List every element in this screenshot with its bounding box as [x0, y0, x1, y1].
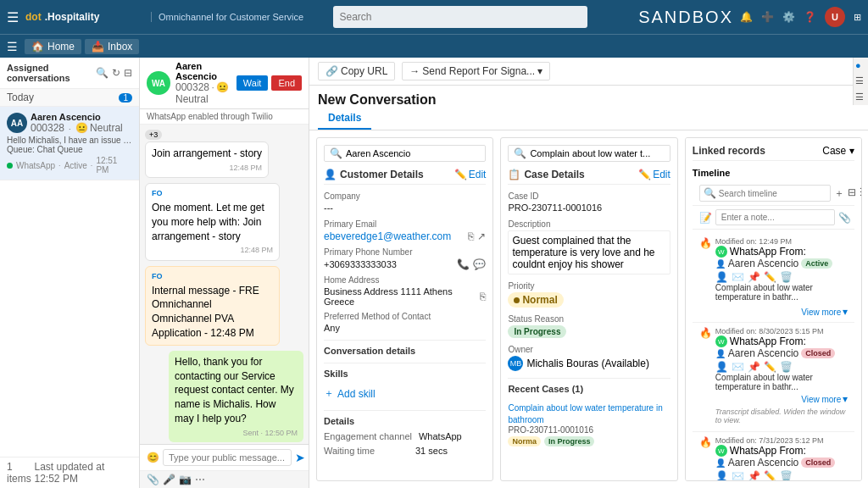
message-bubble: Join arrangement - story 12:48 PM — [145, 141, 269, 178]
customer-edit-button[interactable]: ✏️ Edit — [454, 169, 487, 180]
bell-icon[interactable]: 🔔 — [740, 11, 753, 23]
plus-icon[interactable]: ➕ — [761, 11, 774, 23]
linked-records-card: Linked records Case ▾ Timeline 🔍 ＋ — [685, 137, 862, 481]
case-details-card: 🔍 📋 Case Details ✏️ Edit Case ID PRO-230… — [500, 137, 677, 481]
tl-view-more-2[interactable]: View more ▾ — [715, 393, 848, 405]
user-avatar[interactable]: U — [825, 7, 845, 27]
case-id-value: PRO-230711-0001016 — [508, 202, 670, 213]
email-value: ebeveredge1@weather.com — [324, 230, 451, 242]
tl-source-2: W WhatsApp From: — [715, 336, 848, 347]
list-icon-tl[interactable]: ☰ — [860, 186, 862, 201]
settings-icon[interactable]: ⚙️ — [782, 11, 795, 23]
tl-action-2-1[interactable]: 👤 — [715, 361, 728, 373]
right-icon-3[interactable]: ☰ — [855, 92, 866, 103]
conversation-item[interactable]: AA Aaren Ascencio 000328 · 😐 Neutral Hel… — [0, 107, 139, 180]
customer-search-input[interactable] — [346, 148, 480, 158]
tl-action-4[interactable]: ✏️ — [764, 271, 776, 283]
attach-icon[interactable]: 📎 — [838, 212, 851, 224]
recent-case-link[interactable]: Complain about low water temperature in … — [508, 403, 662, 424]
tl-action-3-4[interactable]: ✏️ — [764, 470, 776, 481]
note-input[interactable] — [715, 209, 835, 225]
tl-action-3[interactable]: 📌 — [748, 271, 760, 283]
search-icon[interactable]: 🔍 — [96, 67, 108, 79]
chat-icon-3[interactable]: 📷 — [179, 474, 192, 485]
phone-value: +3069333333033 — [324, 259, 397, 269]
tl-action-2[interactable]: ✉️ — [732, 271, 744, 283]
search-input[interactable] — [333, 6, 587, 28]
right-icon-1[interactable]: ● — [855, 60, 866, 70]
filter-icon[interactable]: ⊟ — [124, 67, 132, 79]
tl-item-header: 🔥 Modified on: 12:49 PM W WhatsApp From:… — [699, 237, 848, 303]
chat-icon-4[interactable]: ⋯ — [195, 474, 205, 485]
content-area: 🔗 Copy URL → Send Report For Signa... ▾ … — [309, 58, 868, 488]
tl-action-5[interactable]: 🗑️ — [780, 271, 793, 283]
expand-icon[interactable]: ⊞ — [854, 12, 861, 23]
copy-address-icon[interactable]: ⎘ — [480, 291, 486, 302]
priority-badge-sm: Norma — [508, 436, 541, 446]
help-icon[interactable]: ❓ — [804, 11, 816, 23]
tl-item-header-2: 🔥 Modified on: 8/30/2023 5:15 PM W Whats… — [699, 327, 848, 424]
today-label: Today — [7, 92, 34, 103]
add-icon-tl[interactable]: ＋ — [834, 186, 844, 201]
sentiment-icon: 😐 — [216, 81, 229, 93]
app-module-name: Omnichannel for Customer Service — [151, 12, 303, 22]
copy-url-button[interactable]: 🔗 Copy URL — [318, 62, 395, 80]
refresh-icon[interactable]: ↻ — [112, 67, 120, 79]
end-button[interactable]: End — [271, 75, 302, 91]
convo-header: AA Aaren Ascencio 000328 · 😐 Neutral — [7, 112, 132, 134]
chat-input[interactable] — [163, 449, 292, 466]
recent-cases-title: Recent Cases (1) — [508, 378, 670, 394]
system-message: FO Internal message - FRE Omnichannel Om… — [145, 266, 280, 346]
menu-icon[interactable]: ☰ — [7, 40, 18, 53]
tl-people-1: 👤 Aaren Ascencio Active — [715, 258, 848, 269]
tl-view-more-1[interactable]: View more ▾ — [699, 306, 848, 318]
chat-icon-2[interactable]: 🎤 — [163, 474, 175, 485]
tl-action-2-5[interactable]: 🗑️ — [780, 361, 793, 373]
tl-date-3: Modified on: 7/31/2023 5:12 PM — [715, 436, 848, 445]
open-icon-sm[interactable]: ↗ — [477, 230, 486, 242]
case-type-label: Case — [822, 145, 846, 157]
convo-avatar: AA — [7, 113, 27, 133]
email-link[interactable]: ebeveredge1@weather.com — [324, 230, 451, 242]
customer-search[interactable]: 🔍 — [324, 145, 486, 162]
phone-icon[interactable]: 📞 — [457, 258, 470, 270]
tl-action-3-5[interactable]: 🗑️ — [780, 470, 793, 481]
copy-icon-sm[interactable]: ⎘ — [468, 230, 474, 242]
tl-date-1: Modified on: 12:49 PM — [715, 237, 848, 246]
email-row: ebeveredge1@weather.com ⎘ ↗ — [324, 230, 486, 242]
send-report-button[interactable]: → Send Report For Signa... ▾ — [402, 62, 550, 80]
tl-action-3-3[interactable]: 📌 — [748, 470, 760, 481]
engagement-label: Engagement channel — [324, 431, 412, 441]
tab-details[interactable]: Details — [318, 108, 371, 130]
timeline-search-input[interactable] — [719, 189, 826, 198]
chat-icon-1[interactable]: 📎 — [147, 474, 159, 485]
chat-input-icon[interactable]: 😊 — [147, 452, 159, 463]
timeline-search[interactable]: 🔍 — [699, 185, 831, 202]
nav-item-home[interactable]: 🏠 Home — [25, 39, 81, 54]
timeline-items: 🔥 Modified on: 12:49 PM W WhatsApp From:… — [693, 230, 854, 481]
sms-icon[interactable]: 💬 — [473, 258, 486, 270]
dropdown-icon-lr[interactable]: ▾ — [849, 145, 854, 157]
right-icon-2[interactable]: ☰ — [855, 75, 866, 86]
case-edit-button[interactable]: ✏️ Edit — [638, 169, 670, 180]
send-button[interactable]: ➤ — [295, 451, 305, 464]
tl-action-3-1[interactable]: 👤 — [715, 470, 728, 481]
person-icon-2: 👤 — [715, 349, 726, 358]
three-columns: 🔍 👤 Customer Details ✏️ Edit Company ---… — [309, 130, 868, 488]
tl-people-2: 👤 Aaren Ascencio Closed — [715, 347, 848, 359]
wait-button[interactable]: Wait — [236, 75, 269, 91]
nav-item-inbox[interactable]: 📥 Inbox — [85, 39, 139, 54]
case-search-input[interactable] — [530, 148, 664, 158]
tl-actions-2: 👤 ✉️ 📌 ✏️ 🗑️ — [715, 361, 848, 373]
hamburger-icon[interactable]: ☰ — [7, 9, 19, 25]
tl-action-2-4[interactable]: ✏️ — [764, 361, 776, 373]
filter-icon-tl[interactable]: ⊟ — [848, 186, 856, 201]
global-search[interactable] — [333, 6, 587, 28]
tl-action-1[interactable]: 👤 — [715, 271, 728, 283]
phone-icons: 📞 💬 — [457, 258, 486, 270]
tl-action-2-2[interactable]: ✉️ — [732, 361, 744, 373]
tl-action-3-2[interactable]: ✉️ — [732, 470, 744, 481]
add-skill-button[interactable]: ＋ Add skill — [324, 384, 486, 403]
tl-action-2-3[interactable]: 📌 — [748, 361, 760, 373]
case-search[interactable]: 🔍 — [508, 145, 670, 162]
